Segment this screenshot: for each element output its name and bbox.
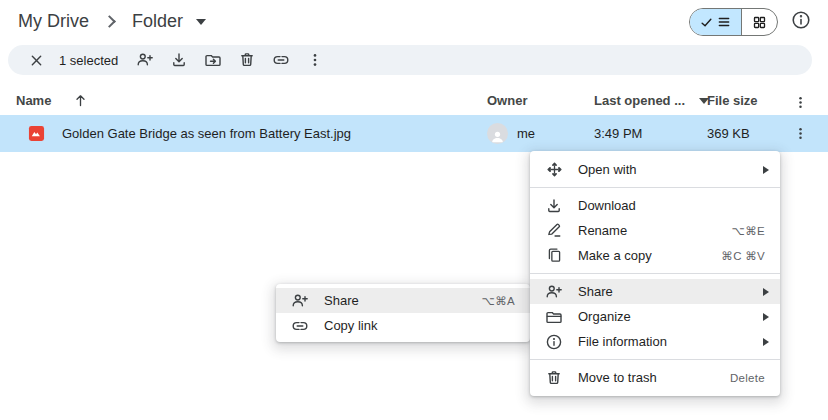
owner-label: me [517, 126, 535, 141]
move-to-folder-icon [204, 51, 222, 69]
menu-item-move-to-trash[interactable]: Move to trash Delete [530, 365, 780, 390]
person-add-icon [136, 51, 154, 69]
menu-divider [530, 187, 780, 188]
person-icon [490, 129, 505, 144]
move-to-folder-button[interactable] [200, 47, 226, 73]
trash-icon [238, 51, 256, 69]
organize-folder-icon [545, 308, 563, 326]
menu-item-share[interactable]: Share [530, 279, 780, 304]
link-icon [272, 51, 290, 69]
submenu-item-share[interactable]: Share ⌥⌘A [276, 288, 530, 313]
grid-view-icon [752, 15, 767, 30]
file-name-cell: Golden Gate Bridge as seen from Battery … [28, 115, 351, 152]
check-icon [700, 16, 713, 29]
menu-item-shortcut: ⌥⌘E [732, 224, 765, 238]
file-name-label: Golden Gate Bridge as seen from Battery … [62, 126, 351, 141]
breadcrumb-my-drive[interactable]: My Drive [14, 9, 93, 34]
breadcrumb-current-folder[interactable]: Folder [128, 9, 187, 34]
list-view-icon [717, 15, 731, 29]
download-button[interactable] [166, 47, 192, 73]
menu-item-label: Make a copy [578, 248, 706, 263]
selection-toolbar: 1 selected [8, 45, 812, 75]
header-more-button[interactable] [788, 90, 812, 114]
header-owner[interactable]: Owner [487, 93, 527, 108]
clear-selection-button[interactable] [23, 47, 49, 73]
close-icon [29, 53, 44, 68]
info-icon [545, 333, 563, 351]
menu-item-label: Download [578, 198, 765, 213]
submenu-arrow-icon [763, 313, 769, 321]
image-file-icon [28, 125, 45, 142]
menu-divider [530, 273, 780, 274]
menu-item-download[interactable]: Download [530, 193, 780, 218]
owner-avatar [487, 123, 508, 144]
menu-divider [530, 359, 780, 360]
make-a-copy-icon [545, 247, 563, 265]
rename-icon [545, 222, 563, 240]
menu-item-make-a-copy[interactable]: Make a copy ⌘C ⌘V [530, 243, 780, 268]
submenu-item-copy-link[interactable]: Copy link [276, 313, 530, 338]
drive-window: My Drive Folder 1 selected [0, 0, 828, 420]
trash-icon [545, 369, 563, 387]
selected-count-label: 1 selected [59, 53, 118, 68]
last-opened-cell: 3:49 PM [594, 115, 642, 152]
file-row[interactable]: Golden Gate Bridge as seen from Battery … [0, 115, 828, 152]
header-last-opened-label: Last opened ... [594, 93, 685, 108]
download-icon [545, 197, 563, 215]
owner-cell: me [487, 115, 535, 152]
grid-view-button[interactable] [742, 9, 777, 35]
open-with-icon [545, 161, 563, 179]
submenu-arrow-icon [763, 338, 769, 346]
menu-item-label: Organize [578, 309, 748, 324]
header-file-size[interactable]: File size [707, 93, 758, 108]
menu-item-label: Share [324, 293, 467, 308]
view-toggle [689, 8, 778, 36]
menu-item-label: Move to trash [578, 370, 715, 385]
get-link-button[interactable] [268, 47, 294, 73]
menu-item-file-information[interactable]: File information [530, 329, 780, 354]
move-to-trash-button[interactable] [234, 47, 260, 73]
row-more-button[interactable] [788, 121, 812, 145]
share-button[interactable] [132, 47, 158, 73]
breadcrumb-chevron-icon [103, 15, 116, 28]
menu-item-shortcut: ⌥⌘A [482, 294, 515, 308]
list-view-button[interactable] [690, 9, 742, 35]
more-vertical-icon [307, 52, 323, 68]
menu-item-label: Open with [578, 162, 748, 177]
header-last-opened[interactable]: Last opened ... [594, 93, 709, 108]
submenu-arrow-icon [763, 166, 769, 174]
file-list-header: Name Owner Last opened ... File size [0, 90, 828, 114]
menu-item-label: Copy link [324, 318, 515, 333]
menu-item-label: Rename [578, 223, 717, 238]
submenu-arrow-icon [763, 288, 769, 296]
header-name-label: Name [16, 93, 51, 108]
details-info-button[interactable] [790, 9, 812, 31]
link-icon [291, 317, 309, 335]
breadcrumb: My Drive Folder [14, 9, 206, 34]
more-vertical-icon [793, 95, 808, 110]
menu-item-rename[interactable]: Rename ⌥⌘E [530, 218, 780, 243]
person-add-icon [291, 292, 309, 310]
menu-item-shortcut: Delete [730, 372, 765, 384]
menu-item-organize[interactable]: Organize [530, 304, 780, 329]
menu-item-label: File information [578, 334, 748, 349]
sort-ascending-icon[interactable] [73, 93, 88, 108]
share-submenu: Share ⌥⌘A Copy link [276, 284, 530, 342]
menu-item-label: Share [578, 284, 748, 299]
folder-dropdown-caret-icon[interactable] [196, 19, 206, 25]
context-menu: Open with Download Rename ⌥⌘E Make a cop… [530, 151, 780, 396]
header-name[interactable]: Name [16, 93, 88, 108]
more-vertical-icon [793, 126, 808, 141]
file-size-cell: 369 KB [707, 115, 750, 152]
menu-item-open-with[interactable]: Open with [530, 157, 780, 182]
download-icon [170, 51, 188, 69]
menu-item-shortcut: ⌘C ⌘V [721, 249, 765, 263]
person-add-icon [545, 283, 563, 301]
toolbar-more-button[interactable] [302, 47, 328, 73]
info-icon [791, 10, 811, 30]
